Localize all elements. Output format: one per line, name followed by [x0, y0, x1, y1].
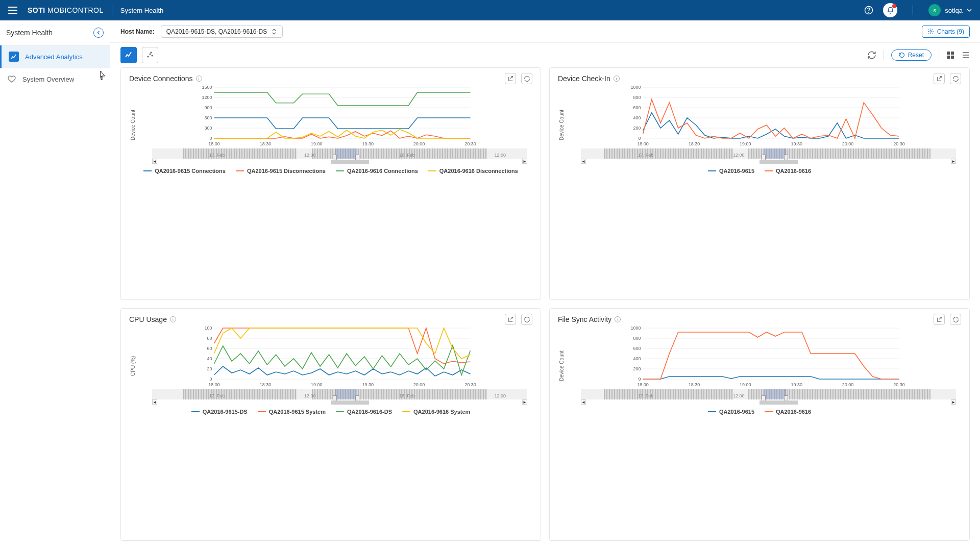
svg-text:19:00: 19:00: [740, 382, 751, 387]
chart-plot[interactable]: 0200400600800100018:0018:3019:0019:3020:…: [566, 85, 961, 165]
svg-text:200: 200: [633, 366, 641, 371]
y-axis-label: Device Count: [558, 326, 566, 406]
svg-text:19:30: 19:30: [791, 382, 802, 387]
svg-text:18:30: 18:30: [689, 141, 700, 146]
avatar: s: [928, 4, 941, 16]
help-icon[interactable]: [862, 3, 876, 17]
reset-button[interactable]: Reset: [891, 49, 932, 61]
svg-text:19:00: 19:00: [740, 141, 751, 146]
svg-text:18:00: 18:00: [637, 141, 649, 146]
y-axis-label: Device Count: [558, 85, 566, 165]
svg-text:600: 600: [633, 346, 641, 351]
hamburger-menu-icon[interactable]: [8, 7, 17, 14]
svg-text:19:30: 19:30: [362, 141, 374, 146]
refresh-chart-icon[interactable]: [521, 73, 532, 84]
legend-item[interactable]: QA2016-9616 Connections: [336, 168, 418, 174]
chart-card: File Sync Activity i Device Count 020040…: [549, 308, 970, 541]
legend-item[interactable]: QA2016-9616-DS: [336, 409, 392, 415]
legend-item[interactable]: QA2016-9616 Disconnections: [428, 168, 518, 174]
chart-plot[interactable]: 03006009001200150018:0018:3019:0019:3020…: [137, 85, 532, 165]
host-label: Host Name:: [120, 28, 155, 35]
view-toolbar: Reset: [110, 43, 980, 67]
svg-text:0: 0: [638, 377, 641, 382]
legend-item[interactable]: QA2016-9616 System: [402, 409, 470, 415]
legend-item[interactable]: QA2016-9616: [765, 168, 811, 174]
sidebar-title: System Health: [6, 29, 53, 37]
svg-rect-8: [951, 52, 954, 55]
svg-rect-9: [947, 56, 950, 59]
chart-card: Device Check-In i Device Count 020040060…: [549, 67, 970, 300]
svg-text:20:00: 20:00: [413, 141, 425, 146]
legend-item[interactable]: QA2016-9615: [708, 168, 754, 174]
info-icon[interactable]: i: [170, 316, 176, 322]
collapse-sidebar-icon[interactable]: [93, 28, 104, 38]
divider: [112, 5, 112, 15]
line-view-toggle[interactable]: [120, 47, 137, 63]
list-view-icon[interactable]: [962, 51, 970, 59]
chart-grid: Device Connections i Device Count 030060…: [110, 67, 980, 551]
notifications-icon[interactable]: [883, 3, 897, 17]
svg-point-3: [148, 56, 149, 58]
svg-text:20:30: 20:30: [464, 141, 476, 146]
separator: [939, 50, 939, 60]
chart-title: File Sync Activity: [558, 315, 611, 323]
refresh-chart-icon[interactable]: [950, 314, 961, 325]
grid-view-icon[interactable]: [946, 51, 954, 59]
export-icon[interactable]: [934, 73, 945, 84]
svg-text:18:30: 18:30: [260, 141, 272, 146]
legend-item[interactable]: QA2016-9615 System: [258, 409, 326, 415]
export-icon[interactable]: [505, 73, 516, 84]
chart-plot[interactable]: 02040608010018:0018:3019:0019:3020:0020:…: [137, 326, 532, 406]
sidebar-item-advanced-analytics[interactable]: Advanced Analytics: [0, 45, 110, 68]
chart-navigator[interactable]: 17. Feb12:00◄ ►: [581, 148, 961, 164]
info-icon[interactable]: i: [614, 76, 620, 82]
filter-bar: Host Name: QA2016-9615-DS, QA2016-9616-D…: [110, 20, 980, 43]
chart-navigator[interactable]: 17. Feb12:0018. Feb12:00◄ ►: [152, 389, 532, 405]
sort-icon: [271, 29, 277, 35]
chart-legend: QA2016-9615 QA2016-9616: [558, 165, 961, 178]
info-icon[interactable]: i: [196, 76, 202, 82]
legend-item[interactable]: QA2016-9615 Connections: [143, 168, 226, 174]
chart-navigator[interactable]: 17. Feb12:0018. Feb12:00◄ ►: [152, 148, 532, 164]
legend-item[interactable]: QA2016-9616: [765, 409, 811, 415]
refresh-icon[interactable]: [867, 51, 876, 60]
sidebar: System Health Advanced Analytics System …: [0, 20, 110, 551]
svg-text:1000: 1000: [630, 326, 641, 331]
svg-text:800: 800: [633, 336, 641, 341]
gear-icon: [927, 28, 934, 35]
sidebar-item-system-overview[interactable]: System Overview: [0, 68, 110, 90]
info-icon[interactable]: i: [615, 316, 621, 322]
y-axis-label: CPU (%): [129, 326, 137, 406]
sidebar-item-label: System Overview: [22, 76, 74, 83]
chart-navigator[interactable]: 17. Feb12:00◄ ►: [581, 389, 961, 405]
legend-item[interactable]: QA2016-9615 Disconnections: [236, 168, 326, 174]
user-menu[interactable]: s sotiqa: [928, 4, 972, 16]
svg-text:18:00: 18:00: [208, 141, 220, 146]
svg-text:18:00: 18:00: [208, 382, 220, 387]
legend-item[interactable]: QA2016-9615-DS: [191, 409, 248, 415]
svg-text:0: 0: [209, 136, 212, 141]
page-title: System Health: [120, 7, 164, 14]
chart-legend: QA2016-9615-DS QA2016-9615 System QA2016…: [129, 406, 532, 419]
refresh-chart-icon[interactable]: [521, 314, 532, 325]
svg-text:20:30: 20:30: [893, 382, 905, 387]
legend-item[interactable]: QA2016-9615: [708, 409, 754, 415]
charts-button[interactable]: Charts (9): [922, 26, 970, 38]
svg-text:400: 400: [633, 115, 641, 120]
svg-text:900: 900: [204, 105, 212, 110]
host-selector[interactable]: QA2016-9615-DS, QA2016-9616-DS: [161, 26, 283, 38]
svg-text:1200: 1200: [202, 95, 212, 100]
chart-plot[interactable]: 0200400600800100018:0018:3019:0019:3020:…: [566, 326, 961, 406]
refresh-chart-icon[interactable]: [950, 73, 961, 84]
svg-point-5: [152, 55, 153, 57]
y-axis-label: Device Count: [129, 85, 137, 165]
divider: [913, 5, 913, 15]
chart-title: CPU Usage: [129, 315, 167, 323]
svg-text:19:00: 19:00: [311, 141, 323, 146]
svg-text:20:00: 20:00: [413, 382, 425, 387]
svg-text:19:30: 19:30: [791, 141, 802, 146]
export-icon[interactable]: [934, 314, 945, 325]
export-icon[interactable]: [505, 314, 516, 325]
scatter-view-toggle[interactable]: [142, 47, 158, 63]
brand-logo: SOTI MOBICONTROL: [28, 6, 104, 14]
